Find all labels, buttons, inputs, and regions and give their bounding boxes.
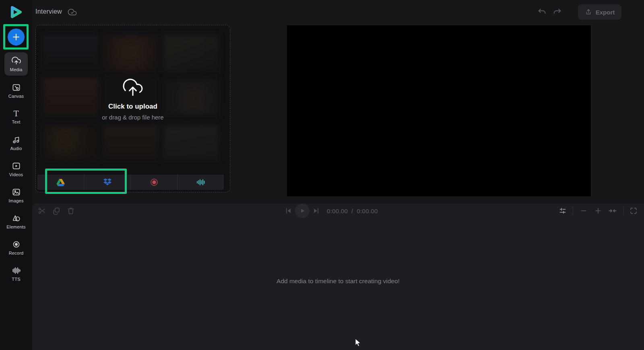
project-title[interactable]: Interview [35, 8, 62, 15]
skip-to-start-icon [284, 207, 292, 215]
timeline-zoom-controls [558, 204, 638, 218]
fit-to-screen-icon [608, 206, 617, 215]
upload-title: Click to upload [108, 103, 157, 111]
timeline-empty-message: Add media to timeline to start creating … [32, 278, 644, 285]
video-editor-app: Media Canvas T Text Audio [0, 0, 644, 350]
fullscreen-button[interactable] [630, 207, 638, 215]
plus-icon [12, 33, 21, 41]
upload-icon [585, 8, 592, 16]
sidebar-item-text[interactable]: T Text [0, 105, 32, 128]
redo-icon [552, 7, 562, 17]
zoom-out-button[interactable] [580, 207, 588, 215]
play-icon [299, 208, 305, 214]
time-display: 0:00.00 / 0:00.00 [327, 208, 378, 214]
add-media-highlight-box [3, 24, 29, 49]
skip-to-end-button[interactable] [312, 207, 320, 215]
waveform-icon [12, 266, 21, 275]
record-icon [12, 240, 21, 249]
google-drive-button[interactable] [37, 175, 84, 190]
delete-button[interactable] [66, 206, 75, 215]
video-preview-canvas [287, 25, 591, 196]
upload-subtitle: or drag & drop file here [102, 114, 163, 121]
split-scissors-icon [37, 206, 46, 215]
record-camera-button[interactable] [130, 175, 177, 190]
sidebar-item-label: Elements [6, 224, 25, 229]
duplicate-icon [52, 206, 61, 215]
play-button[interactable] [295, 204, 310, 218]
sidebar-item-images[interactable]: Images [0, 183, 32, 207]
skip-to-end-icon [312, 207, 320, 215]
text-to-speech-button[interactable] [177, 175, 224, 190]
timeline-toolbar: 0:00.00 / 0:00.00 [32, 204, 644, 218]
timeline-panel: 0:00.00 / 0:00.00 [32, 204, 644, 350]
mouse-cursor [355, 338, 361, 347]
shapes-icon [12, 214, 21, 223]
media-upload-panel[interactable]: Click to upload or drag & drop file here [35, 25, 230, 192]
upload-prompt: Click to upload or drag & drop file here [36, 78, 230, 121]
cloud-upload-icon [12, 56, 21, 66]
video-icon [12, 161, 21, 171]
record-icon [149, 177, 159, 187]
undo-button[interactable] [537, 7, 547, 17]
sidebar-item-media[interactable]: Media [4, 52, 28, 76]
sidebar-item-label: Videos [9, 172, 23, 177]
music-note-icon [12, 135, 21, 144]
sidebar-item-label: Media [10, 67, 23, 72]
duplicate-button[interactable] [52, 206, 61, 215]
trash-icon [66, 206, 75, 215]
cloud-upload-icon [121, 78, 144, 98]
sidebar-item-tts[interactable]: TTS [0, 262, 32, 285]
sidebar-item-label: TTS [12, 277, 20, 282]
dropbox-icon [103, 178, 112, 187]
image-icon [12, 187, 21, 197]
undo-icon [537, 7, 547, 17]
fit-to-screen-button[interactable] [608, 206, 617, 215]
canvas-icon [12, 83, 21, 92]
fullscreen-icon [630, 207, 638, 215]
app-logo-play-icon[interactable] [8, 4, 23, 20]
add-media-button[interactable] [8, 29, 25, 45]
redo-button[interactable] [552, 7, 562, 17]
divider [623, 206, 624, 215]
sidebar-item-label: Text [12, 119, 21, 124]
text-icon: T [14, 109, 19, 118]
export-button[interactable]: Export [578, 4, 621, 20]
timeline-settings-button[interactable] [558, 206, 567, 215]
export-button-label: Export [596, 9, 615, 16]
sidebar-item-label: Record [9, 251, 24, 255]
transport-controls: 0:00.00 / 0:00.00 [284, 204, 378, 218]
google-drive-icon [56, 178, 65, 187]
sidebar-item-label: Canvas [8, 94, 24, 99]
timeline-settings-icon [558, 206, 567, 215]
sidebar-item-audio[interactable]: Audio [0, 131, 32, 154]
dropbox-button[interactable] [84, 175, 130, 190]
sidebar-item-canvas[interactable]: Canvas [0, 79, 32, 102]
split-button[interactable] [37, 206, 46, 215]
divider [573, 206, 573, 215]
current-time: 0:00.00 [327, 208, 348, 214]
zoom-in-button[interactable] [594, 207, 602, 215]
sidebar: Media Canvas T Text Audio [0, 0, 32, 350]
text-to-speech-icon [196, 177, 206, 187]
sidebar-item-videos[interactable]: Videos [0, 157, 32, 181]
sidebar-item-elements[interactable]: Elements [0, 210, 32, 233]
cloud-check-icon [68, 8, 77, 16]
zoom-in-icon [594, 207, 602, 215]
sidebar-item-label: Audio [10, 146, 22, 151]
zoom-out-icon [580, 207, 588, 215]
sidebar-item-label: Images [8, 198, 23, 203]
total-duration: 0:00.00 [357, 208, 378, 214]
top-bar: Interview Export [32, 0, 644, 24]
skip-to-start-button[interactable] [284, 207, 292, 215]
sidebar-item-record[interactable]: Record [0, 236, 32, 259]
integration-bar [37, 175, 224, 190]
time-separator: / [348, 208, 357, 214]
